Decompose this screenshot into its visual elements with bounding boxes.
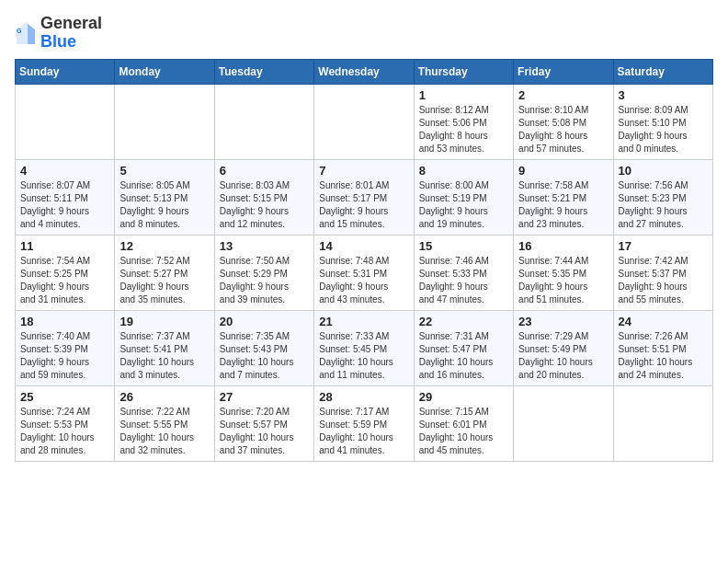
day-info: Sunrise: 7:58 AM Sunset: 5:21 PM Dayligh… — [518, 179, 608, 231]
calendar-cell — [115, 84, 214, 159]
day-info: Sunrise: 8:00 AM Sunset: 5:19 PM Dayligh… — [419, 179, 508, 231]
calendar-cell — [16, 84, 115, 159]
calendar-table: SundayMondayTuesdayWednesdayThursdayFrid… — [15, 59, 713, 462]
calendar-cell: 25Sunrise: 7:24 AM Sunset: 5:53 PM Dayli… — [16, 385, 115, 461]
calendar-cell: 7Sunrise: 8:01 AM Sunset: 5:17 PM Daylig… — [314, 159, 414, 235]
day-number: 17 — [619, 239, 708, 253]
week-row-4: 18Sunrise: 7:40 AM Sunset: 5:39 PM Dayli… — [16, 310, 713, 385]
page-header: G GeneralBlue — [15, 15, 713, 52]
day-info: Sunrise: 7:46 AM Sunset: 5:33 PM Dayligh… — [419, 255, 508, 306]
calendar-cell: 23Sunrise: 7:29 AM Sunset: 5:49 PM Dayli… — [514, 310, 613, 385]
day-number: 3 — [619, 88, 708, 102]
day-info: Sunrise: 8:03 AM Sunset: 5:15 PM Dayligh… — [220, 179, 309, 231]
header-row: SundayMondayTuesdayWednesdayThursdayFrid… — [16, 59, 713, 84]
day-info: Sunrise: 7:17 AM Sunset: 5:59 PM Dayligh… — [319, 406, 408, 457]
calendar-cell: 19Sunrise: 7:37 AM Sunset: 5:41 PM Dayli… — [115, 310, 214, 385]
calendar-cell: 12Sunrise: 7:52 AM Sunset: 5:27 PM Dayli… — [115, 235, 214, 310]
day-number: 14 — [319, 239, 408, 253]
calendar-cell: 9Sunrise: 7:58 AM Sunset: 5:21 PM Daylig… — [514, 159, 613, 235]
day-info: Sunrise: 8:10 AM Sunset: 5:08 PM Dayligh… — [518, 104, 608, 155]
calendar-cell — [514, 385, 613, 461]
calendar-cell: 6Sunrise: 8:03 AM Sunset: 5:15 PM Daylig… — [214, 159, 313, 235]
calendar-cell: 29Sunrise: 7:15 AM Sunset: 6:01 PM Dayli… — [414, 385, 513, 461]
day-info: Sunrise: 7:31 AM Sunset: 5:47 PM Dayligh… — [419, 330, 508, 382]
column-header-saturday: Saturday — [613, 59, 712, 84]
column-header-wednesday: Wednesday — [314, 59, 414, 84]
day-number: 27 — [220, 390, 309, 404]
day-info: Sunrise: 8:12 AM Sunset: 5:06 PM Dayligh… — [419, 104, 508, 155]
calendar-cell: 10Sunrise: 7:56 AM Sunset: 5:23 PM Dayli… — [613, 159, 712, 235]
day-number: 23 — [518, 315, 608, 328]
day-info: Sunrise: 8:01 AM Sunset: 5:17 PM Dayligh… — [319, 179, 408, 231]
day-number: 4 — [20, 164, 109, 178]
day-number: 24 — [619, 315, 708, 328]
day-number: 13 — [220, 239, 309, 253]
calendar-cell: 16Sunrise: 7:44 AM Sunset: 5:35 PM Dayli… — [514, 235, 613, 310]
day-number: 20 — [220, 315, 309, 328]
day-info: Sunrise: 8:07 AM Sunset: 5:11 PM Dayligh… — [20, 179, 109, 231]
calendar-body: 1Sunrise: 8:12 AM Sunset: 5:06 PM Daylig… — [16, 84, 713, 461]
day-info: Sunrise: 7:56 AM Sunset: 5:23 PM Dayligh… — [619, 179, 708, 231]
svg-text:G: G — [17, 28, 22, 34]
calendar-cell — [613, 385, 712, 461]
day-info: Sunrise: 7:54 AM Sunset: 5:25 PM Dayligh… — [20, 255, 109, 306]
day-number: 7 — [319, 164, 408, 178]
calendar-cell: 13Sunrise: 7:50 AM Sunset: 5:29 PM Dayli… — [214, 235, 313, 310]
day-info: Sunrise: 7:50 AM Sunset: 5:29 PM Dayligh… — [220, 255, 309, 306]
calendar-cell: 1Sunrise: 8:12 AM Sunset: 5:06 PM Daylig… — [414, 84, 513, 159]
calendar-cell: 4Sunrise: 8:07 AM Sunset: 5:11 PM Daylig… — [16, 159, 115, 235]
calendar-cell: 11Sunrise: 7:54 AM Sunset: 5:25 PM Dayli… — [16, 235, 115, 310]
day-info: Sunrise: 7:15 AM Sunset: 6:01 PM Dayligh… — [419, 406, 508, 457]
day-info: Sunrise: 7:24 AM Sunset: 5:53 PM Dayligh… — [20, 406, 109, 457]
day-info: Sunrise: 7:22 AM Sunset: 5:55 PM Dayligh… — [119, 406, 209, 457]
calendar-cell: 5Sunrise: 8:05 AM Sunset: 5:13 PM Daylig… — [115, 159, 214, 235]
calendar-cell: 14Sunrise: 7:48 AM Sunset: 5:31 PM Dayli… — [314, 235, 414, 310]
column-header-thursday: Thursday — [414, 59, 513, 84]
day-number: 21 — [319, 315, 408, 328]
day-number: 10 — [619, 164, 708, 178]
day-info: Sunrise: 7:29 AM Sunset: 5:49 PM Dayligh… — [518, 330, 608, 382]
calendar-cell: 27Sunrise: 7:20 AM Sunset: 5:57 PM Dayli… — [214, 385, 313, 461]
day-info: Sunrise: 7:44 AM Sunset: 5:35 PM Dayligh… — [518, 255, 608, 306]
calendar-cell: 22Sunrise: 7:31 AM Sunset: 5:47 PM Dayli… — [414, 310, 513, 385]
day-info: Sunrise: 7:52 AM Sunset: 5:27 PM Dayligh… — [119, 255, 209, 306]
logo-line1: General — [40, 14, 102, 32]
day-info: Sunrise: 7:20 AM Sunset: 5:57 PM Dayligh… — [220, 406, 309, 457]
calendar-cell: 26Sunrise: 7:22 AM Sunset: 5:55 PM Dayli… — [115, 385, 214, 461]
day-number: 28 — [319, 390, 408, 404]
calendar-header: SundayMondayTuesdayWednesdayThursdayFrid… — [16, 59, 713, 84]
week-row-2: 4Sunrise: 8:07 AM Sunset: 5:11 PM Daylig… — [16, 159, 713, 235]
day-info: Sunrise: 7:33 AM Sunset: 5:45 PM Dayligh… — [319, 330, 408, 382]
logo-blue: Blue — [40, 32, 76, 51]
day-number: 18 — [20, 315, 109, 328]
day-number: 11 — [20, 239, 109, 253]
day-number: 9 — [518, 164, 608, 178]
calendar-cell: 21Sunrise: 7:33 AM Sunset: 5:45 PM Dayli… — [314, 310, 414, 385]
day-number: 16 — [518, 239, 608, 253]
calendar-cell: 3Sunrise: 8:09 AM Sunset: 5:10 PM Daylig… — [613, 84, 712, 159]
week-row-1: 1Sunrise: 8:12 AM Sunset: 5:06 PM Daylig… — [16, 84, 713, 159]
day-number: 15 — [419, 239, 508, 253]
calendar-cell: 2Sunrise: 8:10 AM Sunset: 5:08 PM Daylig… — [514, 84, 613, 159]
calendar-cell — [314, 84, 414, 159]
calendar-cell: 15Sunrise: 7:46 AM Sunset: 5:33 PM Dayli… — [414, 235, 513, 310]
day-number: 19 — [119, 315, 209, 328]
day-number: 6 — [220, 164, 309, 178]
week-row-3: 11Sunrise: 7:54 AM Sunset: 5:25 PM Dayli… — [16, 235, 713, 310]
calendar-cell: 17Sunrise: 7:42 AM Sunset: 5:37 PM Dayli… — [613, 235, 712, 310]
calendar-cell — [214, 84, 313, 159]
logo: G GeneralBlue — [15, 15, 102, 52]
day-info: Sunrise: 7:48 AM Sunset: 5:31 PM Dayligh… — [319, 255, 408, 306]
calendar-cell: 28Sunrise: 7:17 AM Sunset: 5:59 PM Dayli… — [314, 385, 414, 461]
day-number: 5 — [119, 164, 209, 178]
day-number: 12 — [119, 239, 209, 253]
column-header-tuesday: Tuesday — [214, 59, 313, 84]
day-info: Sunrise: 7:40 AM Sunset: 5:39 PM Dayligh… — [20, 330, 109, 382]
logo-text: GeneralBlue — [40, 15, 102, 52]
column-header-monday: Monday — [115, 59, 214, 84]
day-info: Sunrise: 8:05 AM Sunset: 5:13 PM Dayligh… — [119, 179, 209, 231]
day-info: Sunrise: 7:42 AM Sunset: 5:37 PM Dayligh… — [619, 255, 708, 306]
logo-icon: G — [15, 20, 37, 46]
day-number: 2 — [518, 88, 608, 102]
day-info: Sunrise: 7:35 AM Sunset: 5:43 PM Dayligh… — [220, 330, 309, 382]
